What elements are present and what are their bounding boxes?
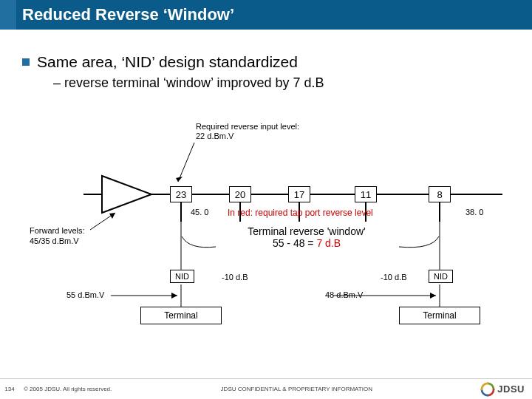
terminal-box-left: Terminal [140, 307, 222, 324]
amplifier-icon [100, 174, 155, 215]
nid-box-right: NID [429, 270, 453, 283]
amp-output-level: 45. 0 [191, 208, 208, 216]
terminal-box-right: Terminal [399, 307, 480, 324]
nid-box-left: NID [170, 270, 194, 283]
square-bullet-icon [22, 58, 30, 66]
svg-marker-0 [102, 176, 151, 213]
window-text: Terminal reverse 'window' 55 - 48 = 7 d.… [214, 225, 399, 249]
tap-box-4: 11 [355, 186, 377, 202]
tap-box-2: 20 [229, 186, 251, 202]
title-accent [0, 0, 16, 30]
arrow-required-icon [174, 141, 196, 185]
logo: JDSU [481, 383, 532, 396]
brace-left-icon [182, 236, 217, 251]
end-level: 38. 0 [466, 208, 483, 216]
arrow-forward-icon [89, 211, 118, 233]
bullet-sub: – reverse terminal ‘window’ improved by … [53, 75, 510, 91]
diagram: Required reverse input level: 22 d.Bm.V … [37, 122, 510, 344]
level-right: 48 d.Bm.V [325, 290, 363, 299]
bullet-main: Same area, ‘NID’ design standardized [37, 53, 298, 71]
svg-marker-18 [171, 293, 177, 299]
confidential-label: JDSU CONFIDENTIAL & PROPRIETARY INFORMAT… [112, 386, 481, 392]
slide-title: Reduced Reverse ‘Window’ [0, 0, 532, 24]
tap-box-5: 8 [429, 186, 451, 202]
forward-levels-label: Forward levels: 45/35 d.Bm.V [30, 225, 85, 247]
logo-swirl-icon [481, 383, 494, 396]
arrow-left-nid-icon [111, 288, 185, 303]
svg-marker-20 [430, 293, 436, 299]
loss-left: -10 d.B [222, 273, 248, 282]
tap-box-3: 17 [288, 186, 310, 202]
tap-drop-1 [180, 202, 182, 222]
copyright: © 2005 JDSU. All rights reserved. [19, 386, 112, 392]
logo-text: JDSU [497, 383, 525, 395]
bullet-main-row: Same area, ‘NID’ design standardized [22, 53, 510, 71]
svg-marker-5 [176, 177, 183, 182]
brace-right-icon [399, 236, 440, 251]
required-input-label: Required reverse input level: 22 d.Bm.V [196, 122, 299, 141]
red-note: In red: required tap port reverse level [228, 208, 373, 218]
title-bar: Reduced Reverse ‘Window’ [0, 0, 532, 30]
tap-box-1: 23 [170, 186, 192, 202]
svg-line-4 [178, 143, 194, 182]
tap-drop-5 [439, 202, 440, 222]
loss-right: -10 d.B [381, 273, 406, 282]
page-number: 134 [0, 386, 19, 392]
level-left: 55 d.Bm.V [66, 290, 104, 299]
footer: 134 © 2005 JDSU. All rights reserved. JD… [0, 378, 532, 399]
